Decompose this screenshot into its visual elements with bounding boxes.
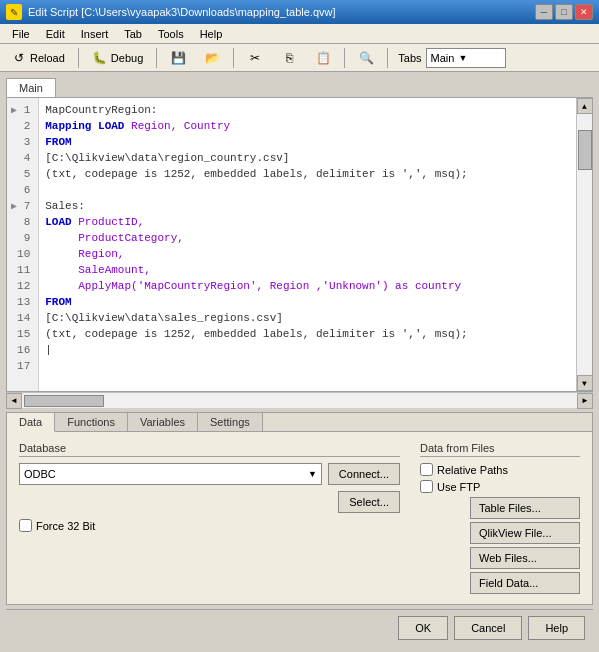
line-num-15: 15 [11,326,34,342]
reload-label: Reload [30,52,65,64]
checkboxes-group: Relative Paths Use FTP [420,463,580,493]
line-num-16: 16 [11,342,34,358]
cancel-button[interactable]: Cancel [454,616,522,640]
ok-button[interactable]: OK [398,616,448,640]
save-icon: 💾 [170,50,186,66]
window-controls: ─ □ ✕ [535,4,593,20]
paste-icon: 📋 [315,50,331,66]
editor-scrollbar-vertical[interactable]: ▲ ▼ [576,98,592,391]
debug-label: Debug [111,52,143,64]
scroll-down-arrow[interactable]: ▼ [577,375,593,391]
toolbar-btn-open[interactable]: 📂 [197,47,227,69]
db-dropdown-arrow: ▼ [308,469,317,479]
script-content-area[interactable]: MapCountryRegion: Mapping LOAD Region, C… [39,98,576,391]
database-section-label: Database [19,442,400,457]
force32-label: Force 32 Bit [36,520,95,532]
connect-button[interactable]: Connect... [328,463,400,485]
toolbar-separator-3 [233,48,234,68]
force32-row: Force 32 Bit [19,519,400,532]
open-icon: 📂 [204,50,220,66]
force32-checkbox[interactable] [19,519,32,532]
data-tab-body: Database ODBC ▼ Connect... Select... For… [19,442,580,594]
line-num-10: 10 [11,246,34,262]
line-num-9: 9 [11,230,34,246]
toolbar-btn-copy[interactable]: ⎘ [274,47,304,69]
toolbar: ↺ Reload 🐛 Debug 💾 📂 ✂ ⎘ 📋 🔍 Tabs Main ▼ [0,44,599,72]
toolbar-btn-paste[interactable]: 📋 [308,47,338,69]
line-num-3: 3 [11,134,34,150]
database-dropdown[interactable]: ODBC ▼ [19,463,322,485]
reload-button[interactable]: ↺ Reload [4,47,72,69]
h-scroll-thumb[interactable] [24,395,104,407]
tabs-dropdown[interactable]: Main ▼ [426,48,506,68]
editor-scrollbar-horizontal[interactable]: ◄ ► [6,392,593,408]
tab-variables[interactable]: Variables [128,413,198,431]
menu-bar: File Edit Insert Tab Tools Help [0,24,599,44]
db-value: ODBC [24,468,56,480]
select-row: Select... [19,491,400,513]
field-data-button[interactable]: Field Data... [470,572,580,594]
tabs-label: Tabs [398,52,421,64]
menu-tab[interactable]: Tab [116,26,150,42]
script-editor[interactable]: ▶ 1 2 3 4 5 6 ▶ 7 8 9 10 11 12 13 14 15 … [6,97,593,392]
line-numbers: ▶ 1 2 3 4 5 6 ▶ 7 8 9 10 11 12 13 14 15 … [7,98,39,391]
line-num-13: 13 [11,294,34,310]
select-button[interactable]: Select... [338,491,400,513]
data-files-section-label: Data from Files [420,442,580,457]
maximize-button[interactable]: □ [555,4,573,20]
tab-data[interactable]: Data [7,413,55,432]
tabs-value: Main [431,52,455,64]
menu-edit[interactable]: Edit [38,26,73,42]
web-files-button[interactable]: Web Files... [470,547,580,569]
help-button[interactable]: Help [528,616,585,640]
line-num-6: 6 [11,182,34,198]
use-ftp-checkbox[interactable] [420,480,433,493]
minimize-button[interactable]: ─ [535,4,553,20]
scroll-up-arrow[interactable]: ▲ [577,98,593,114]
reload-icon: ↺ [11,50,27,66]
relative-paths-checkbox[interactable] [420,463,433,476]
tab-functions[interactable]: Functions [55,413,128,431]
menu-file[interactable]: File [4,26,38,42]
panel-data-content: Database ODBC ▼ Connect... Select... For… [7,432,592,604]
toolbar-separator-1 [78,48,79,68]
data-left-section: Database ODBC ▼ Connect... Select... For… [19,442,400,594]
line-num-14: 14 [11,310,34,326]
line-num-8: 8 [11,214,34,230]
toolbar-btn-search[interactable]: 🔍 [351,47,381,69]
toolbar-separator-4 [344,48,345,68]
table-files-button[interactable]: Table Files... [470,497,580,519]
toolbar-separator-5 [387,48,388,68]
toolbar-btn-save[interactable]: 💾 [163,47,193,69]
relative-paths-row: Relative Paths [420,463,580,476]
cut-icon: ✂ [247,50,263,66]
script-tab-strip: Main [6,78,593,97]
menu-help[interactable]: Help [192,26,231,42]
line-num-2: 2 [11,118,34,134]
dialog-buttons: OK Cancel Help [6,609,593,646]
scroll-thumb[interactable] [578,130,592,170]
debug-icon: 🐛 [92,50,108,66]
close-button[interactable]: ✕ [575,4,593,20]
menu-insert[interactable]: Insert [73,26,117,42]
data-right-section: Data from Files Relative Paths Use FTP T… [420,442,580,594]
qlikview-file-button[interactable]: QlikView File... [470,522,580,544]
line-num-12: 12 [11,278,34,294]
scroll-left-arrow[interactable]: ◄ [6,393,22,409]
title-bar: ✎ Edit Script [C:\Users\vyaapak3\Downloa… [0,0,599,24]
toolbar-separator-2 [156,48,157,68]
bottom-tab-strip: Data Functions Variables Settings [7,413,592,432]
search-icon: 🔍 [358,50,374,66]
line-num-5: 5 [11,166,34,182]
toolbar-btn-cut[interactable]: ✂ [240,47,270,69]
window-title: Edit Script [C:\Users\vyaapak3\Downloads… [28,6,336,18]
debug-button[interactable]: 🐛 Debug [85,47,150,69]
tab-settings[interactable]: Settings [198,413,263,431]
bottom-panel: Data Functions Variables Settings Databa… [6,412,593,605]
tab-main[interactable]: Main [6,78,56,97]
relative-paths-label: Relative Paths [437,464,508,476]
app-icon: ✎ [6,4,22,20]
scroll-right-arrow[interactable]: ► [577,393,593,409]
menu-tools[interactable]: Tools [150,26,192,42]
script-panel: Main ▶ 1 2 3 4 5 6 ▶ 7 8 9 10 11 12 13 1… [6,78,593,408]
